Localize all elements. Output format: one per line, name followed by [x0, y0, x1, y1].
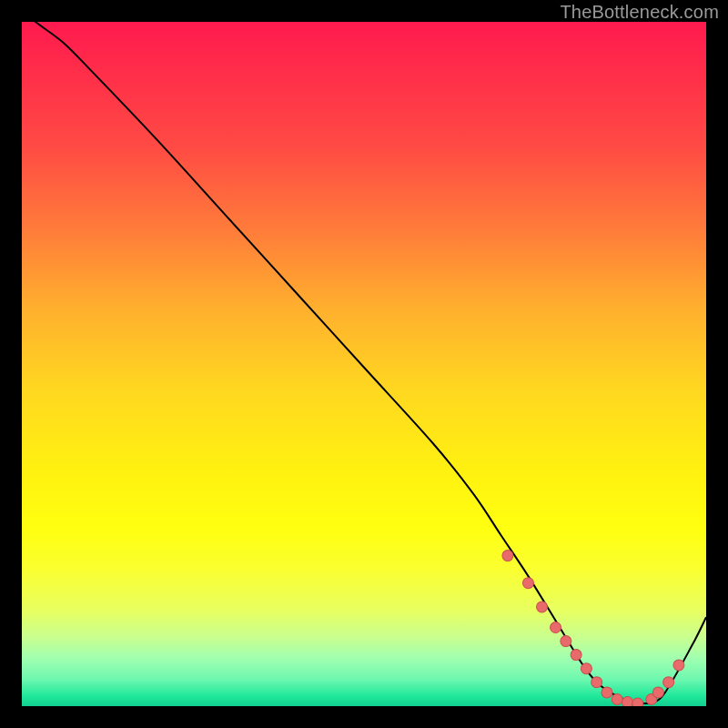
- marker-point: [502, 551, 513, 561]
- marker-point: [537, 602, 548, 612]
- marker-point: [673, 660, 684, 671]
- marker-point: [551, 622, 561, 633]
- highlighted-points: [502, 551, 684, 706]
- curve-layer: [22, 22, 706, 706]
- marker-point: [602, 687, 612, 698]
- bottleneck-curve: [22, 22, 706, 703]
- marker-point: [663, 677, 674, 688]
- marker-point: [581, 663, 592, 674]
- plot-area: [22, 22, 706, 706]
- marker-point: [612, 693, 622, 704]
- marker-point: [561, 636, 571, 647]
- marker-point: [571, 650, 581, 661]
- marker-point: [652, 687, 663, 698]
- chart-frame: TheBottleneck.com: [0, 0, 728, 728]
- watermark-text: TheBottleneck.com: [560, 2, 719, 23]
- marker-point: [632, 698, 643, 706]
- marker-point: [522, 578, 533, 589]
- marker-point: [592, 677, 602, 688]
- marker-point: [622, 696, 633, 706]
